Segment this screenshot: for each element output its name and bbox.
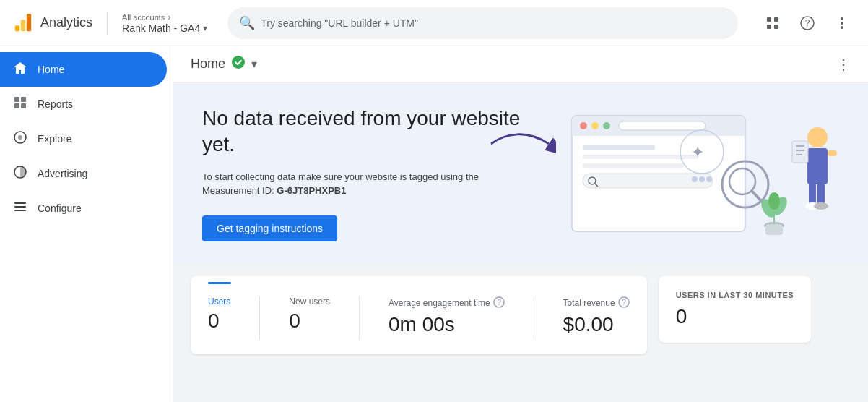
stat-value-engagement: 0m 00s — [389, 313, 505, 336]
svg-rect-31 — [619, 121, 706, 130]
home-dropdown-chevron[interactable]: ▾ — [251, 57, 257, 71]
svg-rect-32 — [583, 145, 655, 150]
svg-rect-12 — [14, 97, 19, 102]
users-tab-indicator — [208, 282, 231, 284]
svg-rect-15 — [21, 103, 26, 108]
home-page-header: Home ▾ ⋮ — [173, 46, 868, 82]
users-30min-label: USERS IN LAST 30 MINUTES — [676, 291, 794, 299]
vertical-dots-icon — [841, 16, 843, 30]
svg-point-10 — [841, 22, 843, 25]
stat-item-users: Users 0 — [208, 296, 230, 333]
svg-rect-19 — [14, 202, 26, 204]
stat-item-revenue: Total revenue ? $0.00 — [563, 296, 630, 336]
grid-icon-button[interactable] — [758, 9, 787, 38]
advertising-icon — [12, 164, 29, 184]
search-placeholder-text: Try searching "URL builder + UTM" — [261, 17, 418, 29]
all-accounts-label: All accounts › — [122, 12, 207, 22]
sidebar-item-reports[interactable]: Reports — [0, 87, 167, 121]
grid-icon — [765, 16, 780, 30]
svg-point-11 — [841, 26, 843, 29]
revenue-help-icon[interactable]: ? — [618, 296, 630, 310]
svg-line-45 — [752, 192, 763, 202]
stat-label-revenue: Total revenue ? — [563, 296, 630, 310]
app-header: Analytics All accounts › Rank Math - GA4… — [0, 0, 868, 46]
home-page-title: Home — [191, 56, 225, 72]
sidebar-item-home[interactable]: Home — [0, 52, 167, 87]
svg-text:?: ? — [497, 299, 501, 307]
svg-rect-0 — [15, 25, 19, 31]
stats-card: Users 0 New users 0 Averag — [191, 276, 647, 354]
home-check-icon — [231, 55, 246, 73]
svg-rect-6 — [774, 25, 778, 29]
get-tagging-instructions-button[interactable]: Get tagging instructions — [202, 215, 337, 241]
svg-text:?: ? — [622, 299, 626, 307]
sidebar-label-advertising: Advertising — [38, 168, 87, 179]
svg-point-28 — [580, 122, 587, 129]
no-data-banner: No data received from your website yet. … — [173, 82, 868, 265]
home-more-icon[interactable]: ⋮ — [836, 56, 851, 73]
no-data-description: To start collecting data make sure your … — [202, 170, 534, 198]
svg-rect-21 — [14, 210, 26, 211]
svg-rect-20 — [14, 206, 26, 208]
configure-icon — [12, 199, 29, 218]
svg-rect-54 — [809, 181, 816, 206]
stat-item-engagement: Average engagement time ? 0m 00s — [389, 296, 505, 336]
svg-rect-5 — [767, 25, 771, 29]
svg-point-49 — [768, 192, 780, 210]
more-options-button[interactable] — [828, 9, 856, 38]
app-name: Analytics — [40, 15, 92, 30]
stat-divider-3 — [534, 296, 534, 340]
search-icon: 🔍 — [239, 15, 255, 31]
svg-rect-1 — [21, 20, 25, 31]
svg-point-57 — [814, 202, 828, 210]
help-icon-button[interactable]: ? — [793, 9, 822, 38]
home-icon — [12, 60, 29, 80]
stat-divider-2 — [359, 296, 360, 340]
svg-point-42 — [706, 176, 712, 182]
sidebar-label-reports: Reports — [38, 98, 73, 110]
reports-icon — [12, 95, 29, 114]
sidebar-label-configure: Configure — [38, 202, 82, 214]
search-bar[interactable]: 🔍 Try searching "URL builder + UTM" — [227, 7, 738, 39]
svg-point-41 — [699, 176, 705, 182]
svg-rect-34 — [583, 163, 684, 168]
svg-rect-59 — [792, 141, 808, 163]
engagement-help-icon[interactable]: ? — [493, 296, 505, 310]
svg-rect-53 — [807, 148, 828, 184]
stat-item-new-users: New users 0 — [289, 296, 330, 333]
svg-point-22 — [232, 56, 245, 69]
header-icons-group: ? — [758, 9, 856, 38]
svg-point-30 — [603, 122, 610, 129]
analytics-logo-icon — [12, 12, 35, 35]
stat-label-users: Users — [208, 296, 230, 307]
sidebar-item-configure[interactable]: Configure — [0, 191, 167, 226]
sidebar-label-home: Home — [38, 64, 64, 75]
stat-value-users: 0 — [208, 309, 230, 333]
svg-point-29 — [591, 122, 599, 129]
svg-rect-13 — [21, 97, 26, 102]
sidebar: Home Reports Explore Advertising Configu… — [0, 46, 173, 402]
users-30min-card: USERS IN LAST 30 MINUTES 0 — [659, 276, 812, 343]
svg-rect-51 — [765, 224, 783, 235]
main-content: Home ▾ ⋮ No data received from your webs… — [173, 46, 868, 402]
stat-value-new-users: 0 — [289, 309, 330, 333]
svg-point-52 — [807, 127, 828, 147]
sidebar-item-explore[interactable]: Explore — [0, 121, 167, 156]
users-30min-value: 0 — [676, 305, 794, 328]
header-divider — [107, 12, 108, 35]
svg-rect-2 — [27, 14, 31, 31]
measurement-id: G-6JT8PHXPB1 — [277, 185, 346, 196]
account-selector[interactable]: All accounts › Rank Math - GA4 ▾ — [122, 12, 207, 34]
sidebar-item-advertising[interactable]: Advertising — [0, 156, 167, 191]
svg-rect-14 — [14, 103, 19, 108]
stat-divider-1 — [259, 296, 260, 340]
hero-illustration-svg: ✦ — [514, 101, 846, 246]
stats-row: Users 0 New users 0 Averag — [191, 276, 851, 354]
sidebar-label-explore: Explore — [38, 133, 71, 145]
stat-value-revenue: $0.00 — [563, 313, 630, 336]
svg-rect-63 — [828, 150, 837, 156]
svg-point-40 — [692, 176, 698, 182]
svg-text:?: ? — [805, 18, 810, 28]
logo-area: Analytics — [12, 12, 92, 35]
explore-icon — [12, 129, 29, 149]
